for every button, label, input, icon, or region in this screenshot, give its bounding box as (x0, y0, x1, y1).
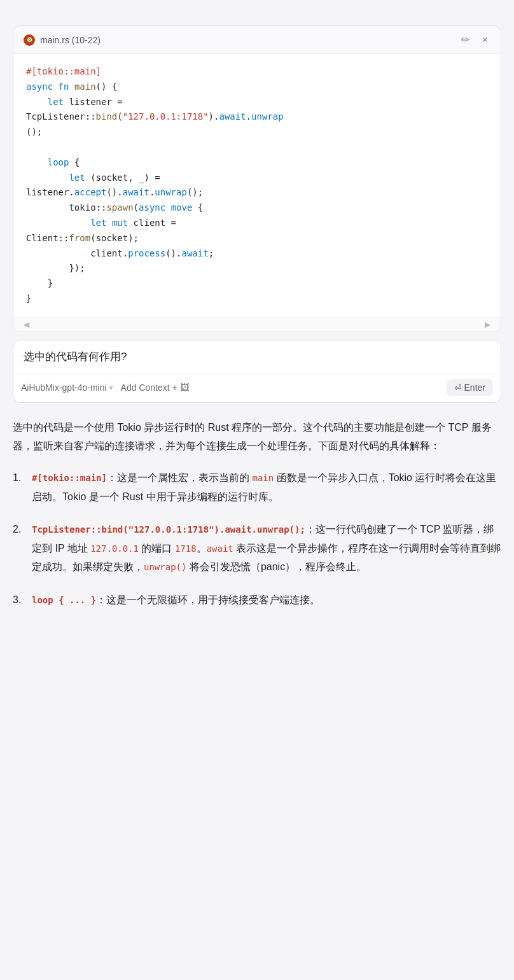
close-button[interactable]: × (480, 33, 490, 47)
scrollbar-hint: ◀ ▶ (13, 317, 501, 332)
code-main: main (252, 473, 274, 483)
response-area: 选中的代码是一个使用 Tokio 异步运行时的 Rust 程序的一部分。这个代码… (0, 403, 514, 636)
enter-button[interactable]: ⏎ Enter (447, 379, 493, 396)
main-container: ⚙ main.rs (10-22) ✏ × #[tokio::main] asy… (0, 0, 514, 636)
chat-toolbar-left: AiHubMix-gpt-4o-mini ∨ Add Context + 🖼 (21, 382, 190, 393)
file-name: main.rs (10-22) (40, 35, 101, 45)
edit-button[interactable]: ✏ (459, 32, 472, 47)
rust-icon: ⚙ (24, 34, 35, 46)
code-body: #[tokio::main] async fn main() { let lis… (13, 54, 501, 317)
list-content-3: loop { ... }：这是一个无限循环，用于持续接受客户端连接。 (32, 591, 501, 610)
code-panel: ⚙ main.rs (10-22) ✏ × #[tokio::main] asy… (13, 25, 501, 332)
chat-panel: 选中的代码有何作用? AiHubMix-gpt-4o-mini ∨ Add Co… (13, 340, 501, 403)
code-await: await (207, 543, 233, 554)
chevron-down-icon: ∨ (109, 384, 113, 391)
list-item-1: 1. #[tokio::main]：这是一个属性宏，表示当前的 main 函数是… (13, 468, 501, 506)
code-content: #[tokio::main] async fn main() { let lis… (26, 64, 488, 307)
code-unwrap: unwrap() (144, 562, 186, 572)
add-context-button[interactable]: Add Context + 🖼 (121, 382, 190, 393)
scroll-left-icon: ◀ (24, 320, 29, 329)
code-ip: 127.0.0.1 (90, 543, 139, 554)
code-port: 1718 (175, 543, 197, 554)
model-select[interactable]: AiHubMix-gpt-4o-mini ∨ (21, 382, 113, 393)
enter-label: ⏎ Enter (454, 382, 485, 393)
header-actions: ✏ × (459, 32, 490, 47)
model-name: AiHubMix-gpt-4o-mini (21, 382, 107, 393)
list-content-1: #[tokio::main]：这是一个属性宏，表示当前的 main 函数是一个异… (32, 468, 501, 506)
chat-input-area[interactable]: 选中的代码有何作用? (13, 340, 501, 374)
list-item-2: 2. TcpListener::bind("127.0.0.1:1718").a… (13, 520, 501, 577)
code-panel-header: ⚙ main.rs (10-22) ✏ × (13, 26, 501, 54)
code-tcplistener: TcpListener::bind("127.0.0.1:1718").awai… (32, 524, 305, 535)
response-intro: 选中的代码是一个使用 Tokio 异步运行时的 Rust 程序的一部分。这个代码… (13, 418, 501, 456)
chat-toolbar: AiHubMix-gpt-4o-mini ∨ Add Context + 🖼 ⏎… (13, 374, 501, 402)
chat-input-text: 选中的代码有何作用? (24, 351, 127, 363)
code-tokio-main: #[tokio::main] (32, 473, 107, 483)
list-item-3: 3. loop { ... }：这是一个无限循环，用于持续接受客户端连接。 (13, 591, 501, 610)
code-loop: loop { ... } (32, 595, 96, 605)
image-icon: 🖼 (180, 382, 190, 393)
code-panel-title: ⚙ main.rs (10-22) (24, 34, 101, 46)
response-list: 1. #[tokio::main]：这是一个属性宏，表示当前的 main 函数是… (13, 468, 501, 610)
list-num-2: 2. (13, 520, 25, 539)
list-content-2: TcpListener::bind("127.0.0.1:1718").awai… (32, 520, 501, 577)
list-num-1: 1. (13, 468, 25, 487)
add-context-label: Add Context (121, 382, 170, 393)
list-num-3: 3. (13, 591, 25, 610)
plus-icon: + (172, 382, 177, 393)
scroll-right-icon: ▶ (485, 320, 490, 329)
